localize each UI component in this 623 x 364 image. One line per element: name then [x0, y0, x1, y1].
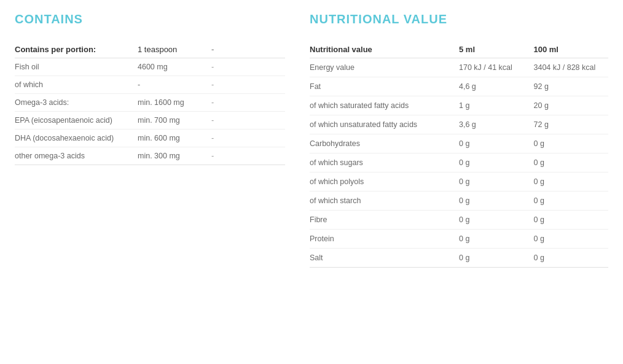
nutrition-row-100ml: 0 g: [534, 172, 609, 192]
contains-row-value: min. 700 mg: [138, 112, 211, 130]
nutrition-row-5ml: 0 g: [459, 249, 534, 268]
nutrition-row-100ml: 72 g: [534, 115, 609, 134]
contains-row-extra: -: [211, 76, 285, 94]
nutrition-row: of which polyols 0 g 0 g: [310, 172, 608, 192]
nutrition-row-5ml: 0 g: [459, 230, 534, 249]
contains-row-name: EPA (eicosapentaenoic acid): [15, 112, 138, 130]
contains-row-name: of which: [15, 76, 138, 94]
nutrition-row-name: Carbohydrates: [310, 134, 459, 153]
contains-row-value: min. 300 mg: [138, 147, 211, 165]
nutrition-row-100ml: 20 g: [534, 96, 609, 115]
nutrition-row-5ml: 0 g: [459, 192, 534, 211]
nutrition-row-5ml: 0 g: [459, 211, 534, 230]
nutrition-row-100ml: 92 g: [534, 77, 609, 96]
nutrition-row: Salt 0 g 0 g: [310, 249, 608, 268]
nutrition-row: Carbohydrates 0 g 0 g: [310, 134, 608, 153]
nutrition-col3-header: 100 ml: [534, 41, 609, 58]
contains-row-extra: -: [211, 58, 285, 76]
contains-row-value: min. 600 mg: [138, 130, 211, 147]
nutrition-row-name: of which starch: [310, 192, 459, 211]
contains-row-extra: -: [211, 130, 285, 147]
nutrition-row: of which saturated fatty acids 1 g 20 g: [310, 96, 608, 115]
contains-col1-header: Contains per portion:: [15, 41, 138, 58]
nutrition-row-name: of which sugars: [310, 153, 459, 172]
contains-title: CONTAINS: [15, 12, 285, 26]
contains-row-extra: -: [211, 112, 285, 130]
nutrition-row: Fat 4,6 g 92 g: [310, 77, 608, 96]
nutrition-row-100ml: 0 g: [534, 211, 609, 230]
nutrition-row-5ml: 3,6 g: [459, 115, 534, 134]
contains-row-value: -: [138, 76, 211, 94]
contains-row-name: Fish oil: [15, 58, 138, 76]
nutrition-row-100ml: 0 g: [534, 134, 609, 153]
contains-row: of which - -: [15, 76, 285, 94]
nutrition-row-name: Fat: [310, 77, 459, 96]
nutrition-row-5ml: 4,6 g: [459, 77, 534, 96]
nutrition-panel: NUTRITIONAL VALUE Nutritional value 5 ml…: [310, 12, 608, 268]
nutrition-row: Fibre 0 g 0 g: [310, 211, 608, 230]
nutrition-row-name: Fibre: [310, 211, 459, 230]
contains-panel: CONTAINS Contains per portion: 1 teaspoo…: [15, 12, 285, 268]
nutrition-row-name: of which unsaturated fatty acids: [310, 115, 459, 134]
nutrition-row-5ml: 170 kJ / 41 kcal: [459, 58, 534, 77]
nutrition-row-5ml: 1 g: [459, 96, 534, 115]
nutrition-row-100ml: 0 g: [534, 153, 609, 172]
nutrition-row-100ml: 0 g: [534, 192, 609, 211]
contains-row-extra: -: [211, 94, 285, 112]
contains-row: Fish oil 4600 mg -: [15, 58, 285, 76]
page-wrapper: CONTAINS Contains per portion: 1 teaspoo…: [15, 12, 608, 268]
nutrition-row-5ml: 0 g: [459, 172, 534, 192]
nutrition-row-name: Energy value: [310, 58, 459, 77]
contains-table: Contains per portion: 1 teaspoon - Fish …: [15, 41, 285, 165]
contains-row: Omega-3 acids: min. 1600 mg -: [15, 94, 285, 112]
nutrition-row-name: Protein: [310, 230, 459, 249]
contains-row-name: DHA (docosahexaenoic acid): [15, 130, 138, 147]
contains-row: other omega-3 acids min. 300 mg -: [15, 147, 285, 165]
nutrition-row: of which unsaturated fatty acids 3,6 g 7…: [310, 115, 608, 134]
nutrition-row-5ml: 0 g: [459, 134, 534, 153]
nutrition-row-100ml: 0 g: [534, 230, 609, 249]
nutrition-row-5ml: 0 g: [459, 153, 534, 172]
nutrition-row-name: of which polyols: [310, 172, 459, 192]
nutrition-table: Nutritional value 5 ml 100 ml Energy val…: [310, 41, 608, 268]
contains-row-name: other omega-3 acids: [15, 147, 138, 165]
nutrition-row: of which starch 0 g 0 g: [310, 192, 608, 211]
nutrition-row: Protein 0 g 0 g: [310, 230, 608, 249]
nutrition-col2-header: 5 ml: [459, 41, 534, 58]
contains-row-value: 4600 mg: [138, 58, 211, 76]
contains-row-extra: -: [211, 147, 285, 165]
nutrition-row: Energy value 170 kJ / 41 kcal 3404 kJ / …: [310, 58, 608, 77]
contains-row: EPA (eicosapentaenoic acid) min. 700 mg …: [15, 112, 285, 130]
nutrition-row-100ml: 3404 kJ / 828 kcal: [534, 58, 609, 77]
nutrition-col1-header: Nutritional value: [310, 41, 459, 58]
nutrition-row: of which sugars 0 g 0 g: [310, 153, 608, 172]
nutrition-row-100ml: 0 g: [534, 249, 609, 268]
contains-col3-header: -: [211, 41, 285, 58]
nutrition-row-name: of which saturated fatty acids: [310, 96, 459, 115]
nutrition-row-name: Salt: [310, 249, 459, 268]
contains-row: DHA (docosahexaenoic acid) min. 600 mg -: [15, 130, 285, 147]
contains-row-name: Omega-3 acids:: [15, 94, 138, 112]
contains-row-value: min. 1600 mg: [138, 94, 211, 112]
contains-col2-header: 1 teaspoon: [138, 41, 211, 58]
nutrition-title: NUTRITIONAL VALUE: [310, 12, 608, 26]
